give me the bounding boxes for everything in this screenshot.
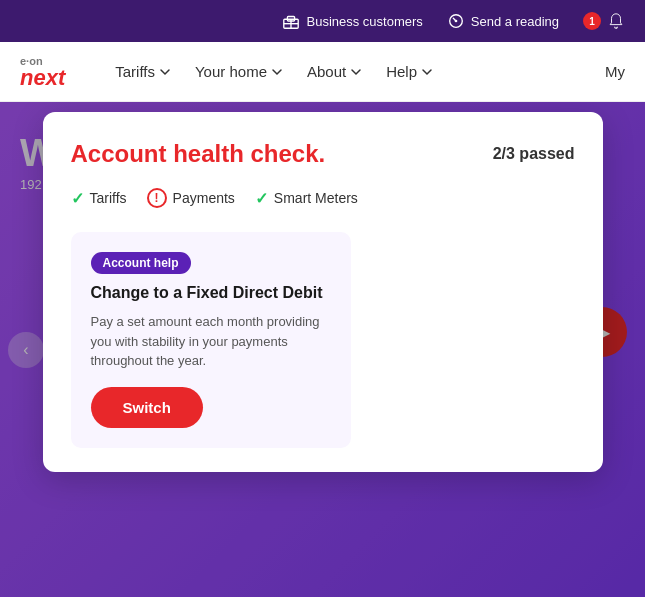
card-title: Change to a Fixed Direct Debit (91, 284, 331, 302)
modal-passed-count: 2/3 passed (493, 145, 575, 163)
check-payments-icon: ! (147, 188, 167, 208)
meter-icon (447, 12, 465, 30)
main-nav: Tariffs Your home About Help My (105, 55, 625, 88)
your-home-chevron-icon (271, 66, 283, 78)
about-chevron-icon (350, 66, 362, 78)
check-tariffs-icon: ✓ (71, 189, 84, 208)
check-tariffs-label: Tariffs (90, 190, 127, 206)
send-reading-link[interactable]: Send a reading (447, 12, 559, 30)
switch-button[interactable]: Switch (91, 387, 203, 428)
nav-help[interactable]: Help (376, 55, 443, 88)
business-icon (282, 12, 300, 30)
page-background: Wo 192 G t paym payme ment is s after is… (0, 102, 645, 597)
navigation-bar: e·on next Tariffs Your home About Help M… (0, 42, 645, 102)
business-customers-link[interactable]: Business customers (282, 12, 422, 30)
logo[interactable]: e·on next (20, 55, 65, 89)
send-reading-label: Send a reading (471, 14, 559, 29)
nav-tariffs[interactable]: Tariffs (105, 55, 181, 88)
svg-point-5 (454, 20, 457, 23)
check-smart-meters-label: Smart Meters (274, 190, 358, 206)
help-chevron-icon (421, 66, 433, 78)
tariffs-chevron-icon (159, 66, 171, 78)
modal-overlay: Account health check. 2/3 passed ✓ Tarif… (0, 102, 645, 597)
logo-next-text: next (20, 67, 65, 89)
check-payments: ! Payments (147, 188, 235, 208)
check-smart-meters-icon: ✓ (255, 189, 268, 208)
card-badge: Account help (91, 252, 191, 274)
business-customers-label: Business customers (306, 14, 422, 29)
check-smart-meters: ✓ Smart Meters (255, 189, 358, 208)
nav-my[interactable]: My (605, 63, 625, 80)
health-check-modal: Account health check. 2/3 passed ✓ Tarif… (43, 112, 603, 472)
check-payments-label: Payments (173, 190, 235, 206)
notification-count: 1 (583, 12, 601, 30)
modal-checks-row: ✓ Tariffs ! Payments ✓ Smart Meters (71, 188, 575, 208)
card-description: Pay a set amount each month providing yo… (91, 312, 331, 371)
check-tariffs: ✓ Tariffs (71, 189, 127, 208)
bell-icon (607, 12, 625, 30)
modal-title: Account health check. (71, 140, 326, 168)
nav-about[interactable]: About (297, 55, 372, 88)
notification-bell[interactable]: 1 (583, 12, 625, 30)
modal-header: Account health check. 2/3 passed (71, 140, 575, 168)
account-help-card: Account help Change to a Fixed Direct De… (71, 232, 351, 448)
nav-your-home[interactable]: Your home (185, 55, 293, 88)
top-utility-bar: Business customers Send a reading 1 (0, 0, 645, 42)
